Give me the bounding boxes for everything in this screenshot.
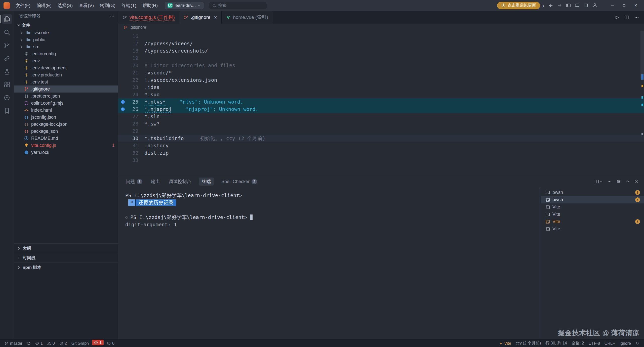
- panel-tab[interactable]: 问题3: [125, 178, 143, 186]
- line-number[interactable]: 23: [127, 84, 144, 91]
- scrollbar-track[interactable]: [640, 31, 644, 79]
- statusbar-item[interactable]: 空格: 2: [569, 340, 586, 347]
- update-button[interactable]: 点击重启以更新: [497, 2, 540, 9]
- code-line[interactable]: 20# Editor directories and files: [118, 62, 644, 69]
- line-number[interactable]: 24: [127, 91, 144, 98]
- global-search[interactable]: [209, 2, 267, 9]
- code-editor[interactable]: 1617/cypress/videos/18/cypress/screensho…: [118, 31, 644, 176]
- statusbar-item[interactable]: master: [3, 340, 25, 347]
- toggle-sidebar-icon[interactable]: [566, 3, 571, 8]
- code-line[interactable]: 16: [118, 33, 644, 40]
- close-button[interactable]: ×: [630, 0, 641, 11]
- activity-bookmarks[interactable]: [0, 104, 14, 117]
- chevron-right-icon[interactable]: ›: [543, 3, 544, 8]
- project-selector[interactable]: LC learn-driv...: [165, 2, 204, 9]
- terminal-instance[interactable]: pwsh!: [541, 196, 644, 203]
- activity-chat[interactable]: [0, 91, 14, 104]
- menu-item[interactable]: 文件(F): [13, 1, 33, 10]
- activity-extensions[interactable]: [0, 78, 14, 91]
- code-line[interactable]: 17/cypress/videos/: [118, 40, 644, 47]
- maximize-button[interactable]: [618, 0, 630, 11]
- file-item[interactable]: $.env.production: [14, 71, 118, 78]
- search-input[interactable]: [218, 3, 259, 8]
- panel-tab[interactable]: 输出: [150, 178, 161, 186]
- editor-tab[interactable]: .gitignore×: [179, 11, 222, 24]
- file-item[interactable]: .editorconfig: [14, 50, 118, 57]
- file-item[interactable]: .gitignore: [14, 85, 118, 93]
- panel-tab[interactable]: 调试控制台: [168, 178, 192, 186]
- account-icon[interactable]: [592, 3, 597, 8]
- menu-item[interactable]: 转到(G): [97, 1, 118, 10]
- code-line[interactable]: 22!.vscode/extensions.json: [118, 76, 644, 84]
- statusbar-item[interactable]: Vite: [497, 340, 513, 347]
- code-line[interactable]: 33: [118, 157, 644, 164]
- file-item[interactable]: .env: [14, 57, 118, 64]
- close-panel-icon[interactable]: [634, 179, 639, 184]
- sidebar-section[interactable]: 时间线: [14, 253, 118, 263]
- file-item[interactable]: $.env.development: [14, 64, 118, 71]
- file-item[interactable]: $.env.test: [14, 78, 118, 85]
- statusbar-item[interactable]: 0: [45, 340, 57, 347]
- more-actions-icon[interactable]: [607, 179, 612, 184]
- line-number[interactable]: 26: [127, 106, 144, 113]
- toggle-secondary-sidebar-icon[interactable]: [584, 3, 588, 8]
- statusbar-item[interactable]: Ignore: [617, 340, 633, 347]
- maximize-panel-icon[interactable]: [625, 179, 630, 184]
- statusbar-item[interactable]: 2: [57, 340, 69, 347]
- file-item[interactable]: yarn.lock: [14, 149, 118, 156]
- line-number[interactable]: 16: [127, 33, 144, 40]
- code-line[interactable]: 25*.ntvs*"ntvs": Unknown word.: [118, 98, 644, 106]
- file-item[interactable]: {}package.json: [14, 128, 118, 135]
- activity-explorer[interactable]: [0, 13, 14, 26]
- file-item[interactable]: README.md: [14, 135, 118, 142]
- file-item[interactable]: .vscode: [14, 29, 118, 36]
- sidebar-section[interactable]: npm 脚本: [14, 263, 118, 272]
- statusbar-item[interactable]: 1: [33, 340, 45, 347]
- statusbar-item[interactable]: [633, 340, 641, 347]
- menu-item[interactable]: 选择(S): [55, 1, 76, 10]
- line-number[interactable]: 29: [127, 127, 144, 135]
- run-button[interactable]: [615, 15, 619, 20]
- statusbar-item[interactable]: CRLF: [602, 340, 617, 347]
- editor-tab[interactable]: home.vue (索引): [222, 11, 273, 24]
- forward-button[interactable]: [557, 3, 562, 8]
- file-item[interactable]: eslint.config.mjs: [14, 100, 118, 107]
- terminal-instance[interactable]: Vite: [541, 203, 644, 211]
- code-line[interactable]: 31.history: [118, 142, 644, 149]
- line-number[interactable]: 22: [127, 76, 144, 84]
- code-line[interactable]: 24*.suo: [118, 91, 644, 98]
- statusbar-item[interactable]: UTF-8: [586, 340, 602, 347]
- file-item[interactable]: public: [14, 36, 118, 43]
- line-number[interactable]: 18: [127, 47, 144, 55]
- line-number[interactable]: 21: [127, 69, 144, 76]
- menu-item[interactable]: 查看(V): [76, 1, 97, 10]
- split-editor-icon[interactable]: [624, 15, 629, 20]
- terminal-instance[interactable]: pwsh!: [541, 189, 644, 196]
- statusbar-item[interactable]: 1: [92, 340, 104, 345]
- line-number[interactable]: 28: [127, 120, 144, 127]
- panel-tab[interactable]: 终端: [199, 178, 214, 186]
- scrollbar-thumb[interactable]: [641, 74, 643, 80]
- line-number[interactable]: 25: [127, 98, 144, 106]
- line-number[interactable]: 19: [127, 55, 144, 62]
- menu-item[interactable]: 帮助(H): [139, 1, 161, 10]
- menu-item[interactable]: 编辑(E): [33, 1, 55, 10]
- code-line[interactable]: 32dist.zip: [118, 149, 644, 157]
- command-decoration-icon[interactable]: [125, 216, 128, 219]
- line-number[interactable]: 20: [127, 62, 144, 69]
- files-section-header[interactable]: 文件: [14, 21, 118, 29]
- line-number[interactable]: 31: [127, 142, 144, 149]
- code-line[interactable]: 23.idea: [118, 84, 644, 91]
- terminal-instance[interactable]: Vite!: [541, 218, 644, 225]
- file-item[interactable]: {}package-lock.json: [14, 121, 118, 128]
- statusbar-item[interactable]: ccy (2 个月前): [513, 340, 543, 347]
- code-line[interactable]: 30*.tsbuildinfo初始化。, ccy (2 个月前): [118, 135, 644, 142]
- file-item[interactable]: vite.config.js1: [14, 142, 118, 149]
- more-actions-icon[interactable]: [110, 14, 114, 18]
- line-number[interactable]: 17: [127, 40, 144, 47]
- toggle-panel-icon[interactable]: [575, 3, 580, 8]
- code-line[interactable]: 27*.sln: [118, 113, 644, 120]
- statusbar-item[interactable]: 0: [105, 340, 117, 347]
- code-line[interactable]: 28*.sw?: [118, 120, 644, 127]
- file-item[interactable]: {}.prettierrc.json: [14, 93, 118, 100]
